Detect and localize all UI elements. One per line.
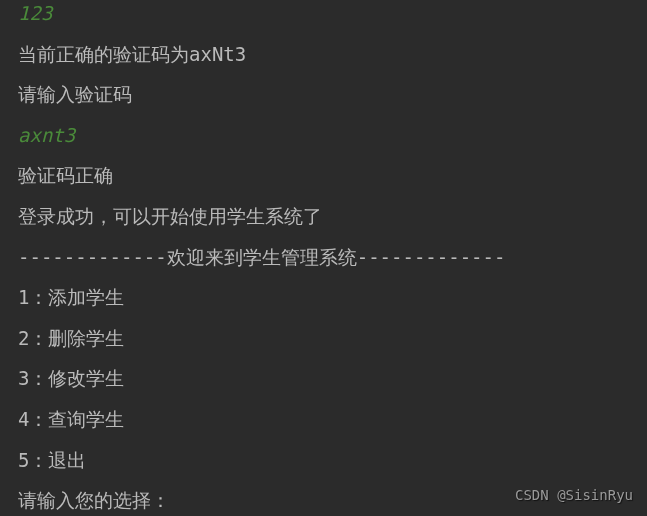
welcome-banner-line: -------------欢迎来到学生管理系统-------------	[18, 244, 629, 271]
menu-item-5: 5：退出	[18, 447, 629, 474]
password-input-line: 123	[18, 0, 629, 27]
captcha-prompt-line: 请输入验证码	[18, 81, 629, 108]
menu-item-4: 4：查询学生	[18, 406, 629, 433]
captcha-input-line[interactable]: axnt3	[18, 122, 629, 149]
menu-item-1: 1：添加学生	[18, 284, 629, 311]
menu-item-3: 3：修改学生	[18, 365, 629, 392]
menu-item-2: 2：删除学生	[18, 325, 629, 352]
login-success-line: 登录成功，可以开始使用学生系统了	[18, 203, 629, 230]
captcha-ok-line: 验证码正确	[18, 162, 629, 189]
watermark-text: CSDN @SisinRyu	[515, 486, 633, 506]
captcha-correct-line: 当前正确的验证码为axNt3	[18, 41, 629, 68]
